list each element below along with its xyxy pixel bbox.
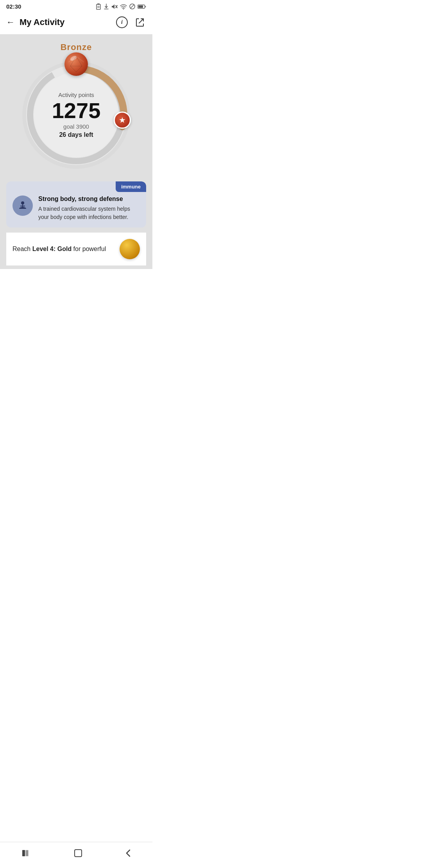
ring-days: 26 days left (52, 131, 101, 138)
download-icon (104, 4, 109, 10)
gem-facets (64, 52, 88, 76)
status-bar: 02:30 (0, 0, 152, 12)
wifi-icon (120, 4, 127, 9)
tier-label: Bronze (61, 42, 92, 52)
svg-line-19 (76, 56, 84, 62)
svg-line-22 (76, 66, 82, 72)
card-body: Strong body, strong defense A trained ca… (13, 195, 140, 221)
activity-ring: ★ Activity points 1275 goal 3900 26 days… (18, 56, 135, 174)
svg-rect-1 (97, 4, 100, 5)
info-icon: i (116, 16, 128, 28)
teaser-row: Reach Level 4: Gold for powerful (6, 232, 146, 265)
back-button[interactable]: ← (6, 18, 15, 27)
card-title: Strong body, strong defense (38, 195, 140, 203)
ring-points: 1275 (52, 100, 101, 122)
share-button[interactable] (134, 16, 146, 29)
svg-line-16 (70, 56, 76, 66)
gem-circle (64, 52, 88, 76)
status-time: 02:30 (6, 3, 21, 10)
header-right: i (116, 16, 146, 29)
page-title: My Activity (20, 17, 64, 27)
svg-rect-0 (97, 4, 100, 9)
card-description: A trained cardiovascular system helps yo… (38, 205, 140, 221)
svg-line-9 (131, 5, 134, 9)
gold-coin (120, 239, 140, 259)
bronze-gem-badge (64, 52, 88, 76)
block-icon (129, 4, 135, 9)
clipboard-icon (96, 4, 101, 10)
card-text: Strong body, strong defense A trained ca… (38, 195, 140, 221)
teaser-text: Reach Level 4: Gold for powerful (13, 244, 115, 254)
share-icon (135, 18, 145, 27)
ring-goal: goal 3900 (52, 123, 101, 130)
status-icons (96, 4, 146, 10)
svg-line-21 (70, 66, 76, 72)
ring-center: Activity points 1275 goal 3900 26 days l… (52, 91, 101, 138)
svg-point-7 (123, 8, 124, 9)
info-card: immune Strong body, strong defense A tra… (6, 181, 146, 228)
header: ← My Activity i (0, 12, 152, 34)
ring-label: Activity points (52, 91, 101, 98)
svg-line-18 (68, 56, 76, 62)
battery-icon (138, 4, 146, 9)
svg-rect-11 (138, 5, 143, 8)
main-content: Bronze (0, 34, 152, 269)
star-icon: ★ (119, 115, 126, 125)
person-icon (17, 200, 28, 211)
svg-point-23 (21, 201, 24, 204)
card-icon (13, 195, 33, 216)
header-left: ← My Activity (6, 17, 64, 27)
mute-icon (111, 4, 118, 10)
gem-inner (64, 52, 88, 76)
svg-line-17 (76, 56, 82, 66)
star-badge: ★ (114, 111, 131, 129)
immune-badge: immune (116, 181, 146, 192)
info-button[interactable]: i (116, 16, 128, 29)
teaser-level: Level 4: Gold (32, 246, 72, 252)
